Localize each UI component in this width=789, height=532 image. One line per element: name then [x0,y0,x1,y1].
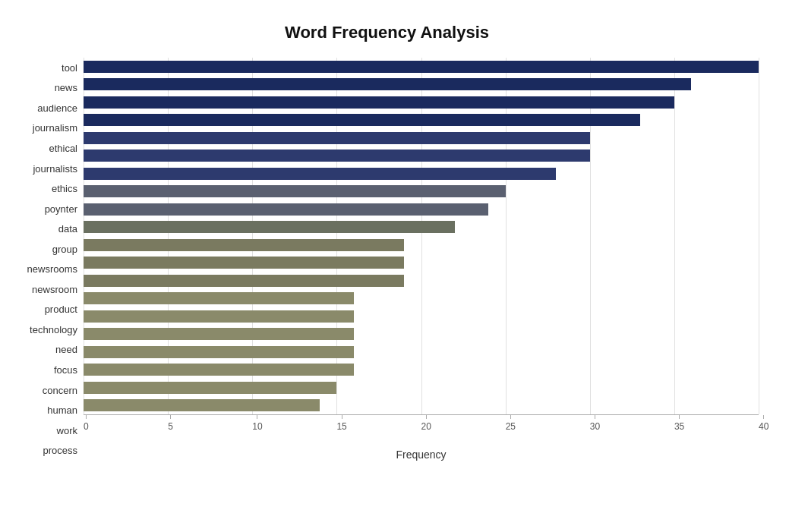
x-tick-label: 15 [336,421,346,432]
bar-row [84,236,759,254]
y-labels: toolnewsaudiencejournalismethicaljournal… [15,58,84,461]
bar [84,382,336,394]
y-label: journalism [15,118,77,139]
bar-row [84,93,759,112]
bar [84,257,404,269]
bar [84,346,354,358]
grid-line [759,58,759,414]
x-tick-label: 0 [84,421,89,432]
x-tick-label: 30 [590,421,600,432]
x-axis-label: Frequency [84,449,759,461]
x-tick: 30 [590,415,600,432]
bar-row [84,290,759,308]
y-label: human [15,400,77,420]
y-label: ethics [15,178,77,199]
bar-row [84,219,759,237]
bar [84,96,674,109]
x-tick-line [763,415,764,419]
x-axis: 0510152025303540 [84,414,759,445]
y-label: work [15,420,77,441]
bar-row [84,307,759,326]
bar-row [84,272,759,290]
bars-and-x: 0510152025303540 Frequency [84,58,759,461]
chart-container: Word Frequency Analysis toolnewsaudience… [0,0,789,532]
y-label: product [15,300,77,320]
bar-row [84,379,759,397]
y-label: need [15,340,77,360]
bar-row [84,129,759,147]
bar-row [84,183,759,201]
y-label: newsrooms [15,259,77,279]
x-tick-line [510,415,511,419]
y-label: focus [15,360,77,380]
bar [84,185,506,197]
x-tick-label: 20 [421,421,431,432]
bar-row [84,112,759,130]
x-tick-label: 35 [674,421,684,432]
y-label: concern [15,380,77,401]
bar [84,399,320,411]
y-label: poynter [15,199,77,219]
y-label: news [15,78,77,99]
bars-rows [84,58,759,414]
x-tick-label: 10 [252,421,262,432]
bar-row [84,147,759,165]
x-ticks: 0510152025303540 [84,415,759,445]
y-label: group [15,239,77,260]
bar-row [84,326,759,344]
y-label: tool [15,58,77,78]
chart-area: toolnewsaudiencejournalismethicaljournal… [15,58,759,461]
bar [84,203,488,216]
bar [84,168,556,180]
y-label: data [15,219,77,239]
bar [84,239,404,251]
bar [84,275,404,287]
x-tick-line [595,415,595,419]
y-label: technology [15,320,77,340]
bar [84,61,759,73]
bar [84,310,354,323]
bar-row [84,200,759,219]
bar [84,221,455,233]
x-tick: 0 [84,415,89,432]
x-tick-label: 5 [168,421,173,432]
bar [84,292,354,304]
bar [84,150,590,162]
chart-title: Word Frequency Analysis [15,23,759,42]
x-tick: 10 [252,415,262,432]
x-tick-line [426,415,427,419]
bar [84,78,691,90]
bar-row [84,165,759,183]
y-label: newsroom [15,279,77,300]
bar-row [84,343,759,361]
bars-section [84,58,759,414]
bar-row [84,76,759,94]
y-label: journalists [15,159,77,179]
x-tick: 40 [759,415,768,432]
y-label: process [15,440,77,461]
x-tick: 5 [168,415,173,432]
x-tick-line [342,415,342,419]
x-tick-label: 25 [506,421,516,432]
x-tick-label: 40 [759,421,768,432]
x-tick-line [86,415,87,419]
x-tick-line [170,415,171,419]
bar [84,328,354,340]
y-label: audience [15,98,77,118]
x-tick: 20 [421,415,431,432]
bar [84,132,590,144]
x-tick: 15 [336,415,346,432]
y-label: ethical [15,138,77,159]
x-tick-line [257,415,257,419]
x-tick: 35 [674,415,684,432]
bar-row [84,361,759,379]
x-tick: 25 [506,415,516,432]
bar [84,114,640,126]
bar-row [84,254,759,272]
x-tick-line [679,415,680,419]
bar-row [84,397,759,415]
bar-row [84,58,759,76]
bar [84,364,354,376]
